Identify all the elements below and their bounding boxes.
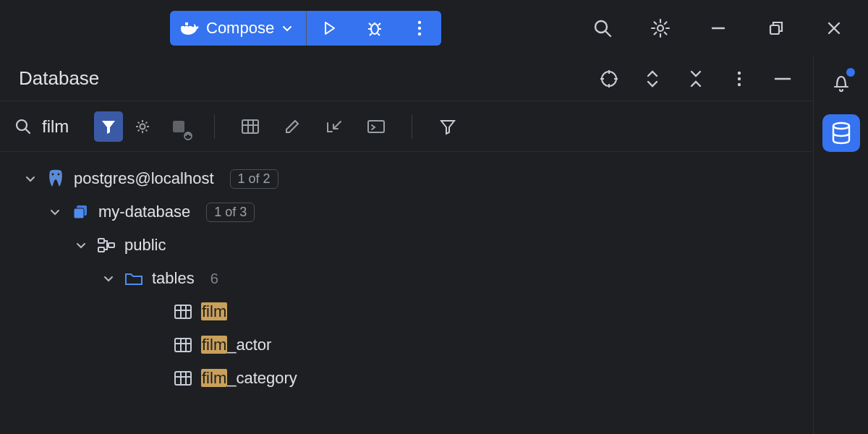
svg-point-13: [738, 77, 741, 80]
svg-rect-10: [770, 25, 779, 34]
svg-point-16: [140, 124, 145, 129]
separator: [214, 114, 215, 139]
panel-options[interactable]: [727, 67, 752, 91]
svg-point-6: [417, 27, 420, 30]
search-input[interactable]: [42, 116, 87, 137]
tree-tables-row[interactable]: tables 6: [0, 262, 812, 295]
compose-run-config[interactable]: Compose: [170, 11, 306, 46]
svg-rect-27: [109, 243, 114, 247]
svg-point-14: [738, 82, 741, 85]
svg-point-5: [417, 21, 420, 24]
chevron-down-icon: [281, 22, 293, 34]
database-tree: postgres@localhost 1 of 2 my-database 1 …: [0, 152, 812, 395]
svg-point-21: [52, 174, 54, 176]
search-everywhere-button[interactable]: [590, 16, 615, 41]
separator: [412, 114, 412, 139]
table-icon: [174, 304, 192, 320]
table-icon: [174, 337, 192, 353]
table-row[interactable]: film: [0, 295, 812, 328]
database-label: my-database: [98, 203, 190, 221]
table-name: film_actor: [201, 336, 271, 354]
svg-rect-3: [185, 22, 188, 25]
window-minimize[interactable]: [706, 16, 731, 41]
more-run-options[interactable]: [396, 11, 441, 46]
schema-label: public: [124, 236, 166, 255]
run-button[interactable]: [307, 11, 352, 46]
database-toolwindow-button[interactable]: [822, 114, 860, 152]
main-toolbar: Compose: [0, 0, 868, 56]
folder-icon: [124, 271, 143, 286]
database-panel-header: Database: [0, 56, 812, 101]
tree-schema-row[interactable]: public: [0, 229, 812, 262]
chevron-down-icon: [23, 173, 38, 184]
search-icon: [14, 118, 32, 135]
expand-collapse-icon[interactable]: [640, 67, 665, 91]
tool-icons: [166, 114, 460, 139]
notifications-button[interactable]: [829, 69, 854, 94]
svg-rect-28: [175, 305, 191, 318]
tree-connection-row[interactable]: postgres@localhost 1 of 2: [0, 162, 812, 195]
right-tool-strip: [813, 56, 868, 434]
docker-icon: [180, 20, 199, 36]
target-icon[interactable]: [597, 67, 621, 91]
database-toolbar: [0, 101, 812, 152]
svg-rect-26: [98, 247, 104, 252]
hide-panel-button[interactable]: [770, 67, 795, 91]
svg-rect-17: [173, 121, 184, 132]
svg-rect-20: [368, 121, 384, 132]
table-icon: [174, 370, 192, 386]
filter-toggle-active[interactable]: [94, 111, 123, 142]
database-stack-icon: [71, 203, 90, 221]
svg-point-31: [833, 123, 849, 129]
schema-icon: [97, 237, 116, 253]
table-name: film: [201, 302, 227, 321]
search-wrap: [14, 111, 87, 142]
run-config-group: Compose: [170, 11, 441, 46]
svg-point-4: [371, 24, 378, 34]
chevron-down-icon: [101, 273, 116, 284]
database-badge: 1 of 3: [206, 203, 255, 222]
postgres-icon: [46, 169, 65, 188]
datasource-properties-icon[interactable]: [130, 114, 155, 139]
tree-database-row[interactable]: my-database 1 of 3: [0, 195, 812, 229]
console-icon[interactable]: [364, 114, 388, 139]
stop-icon[interactable]: [166, 114, 191, 139]
panel-header-actions: [597, 67, 795, 91]
svg-point-22: [58, 174, 60, 176]
compose-label: Compose: [206, 19, 274, 38]
svg-rect-25: [98, 239, 104, 243]
svg-rect-30: [175, 372, 191, 385]
connection-label: postgres@localhost: [74, 169, 214, 188]
edit-icon[interactable]: [280, 114, 305, 139]
notification-dot: [846, 68, 855, 77]
svg-rect-29: [175, 339, 191, 352]
tables-label: tables: [152, 269, 195, 288]
panel-title: Database: [19, 67, 99, 90]
chevron-down-icon: [74, 239, 88, 251]
debug-button[interactable]: [352, 11, 396, 46]
window-controls-group: [590, 16, 854, 41]
settings-button[interactable]: [648, 16, 673, 41]
svg-rect-19: [242, 120, 258, 133]
collapse-all-icon[interactable]: [684, 67, 708, 91]
table-icon[interactable]: [238, 114, 263, 139]
chevron-down-icon: [48, 206, 62, 218]
filter-outline-icon[interactable]: [435, 114, 460, 139]
jump-to-source-icon[interactable]: [322, 114, 346, 139]
table-row[interactable]: film_actor: [0, 328, 812, 362]
svg-point-12: [738, 71, 741, 74]
svg-rect-24: [74, 208, 84, 218]
window-restore[interactable]: [764, 16, 788, 41]
run-actions: [307, 11, 441, 46]
svg-point-7: [417, 33, 420, 35]
table-row[interactable]: film_category: [0, 362, 812, 395]
tables-count: 6: [210, 271, 218, 287]
table-name: film_category: [201, 369, 297, 388]
connection-badge: 1 of 2: [230, 169, 278, 189]
window-close[interactable]: [822, 16, 846, 41]
svg-point-9: [658, 25, 663, 31]
